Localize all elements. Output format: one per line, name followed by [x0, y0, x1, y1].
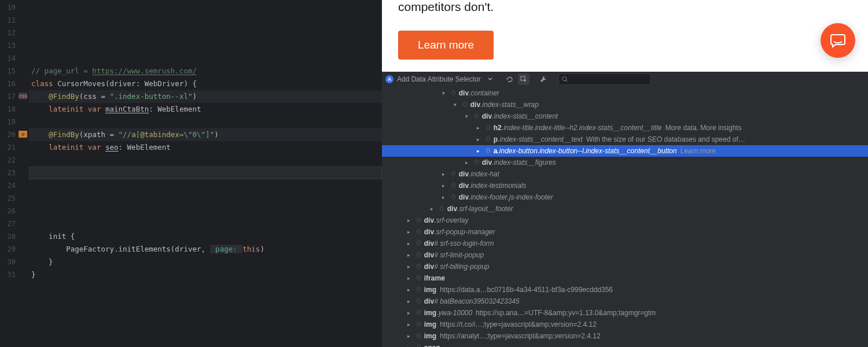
- dom-tree[interactable]: ▾〈 〉div.container▾〈 〉div.index-stats__wr…: [382, 86, 868, 347]
- dom-node[interactable]: ▸〈 〉span: [382, 342, 868, 347]
- chat-icon: [830, 32, 846, 49]
- wrench-icon[interactable]: [538, 73, 549, 85]
- search-input[interactable]: [558, 73, 651, 85]
- page-text: competitors don't.: [398, 0, 852, 14]
- dom-node[interactable]: ▾〈 〉div.index-stats__wrap: [382, 99, 868, 110]
- dom-node[interactable]: ▸〈 〉img.ywa-10000https://sp.ana…=UTF-8&a…: [382, 307, 868, 319]
- dom-node[interactable]: ▸〈 〉div# srf-limit-popup: [382, 249, 868, 261]
- svg-point-5: [562, 76, 566, 80]
- right-pane: competitors don't. Learn more A Add Data…: [382, 0, 868, 347]
- editor-gutter: 1011121314151617CSS181920//2122232425262…: [0, 0, 29, 347]
- svg-text://: //: [22, 132, 25, 137]
- attribute-badge-icon: A: [385, 75, 393, 83]
- dom-node[interactable]: ▸〈 〉div.index-testimonials: [382, 180, 868, 191]
- editor-code-area[interactable]: // page_url = https://www.semrush.com/cl…: [29, 0, 382, 347]
- svg-line-6: [565, 80, 567, 82]
- search-icon: [561, 76, 568, 83]
- intercom-fab[interactable]: [821, 23, 855, 58]
- dom-node[interactable]: ▸〈 〉a.index-button.index-button--l.index…: [382, 145, 868, 157]
- toolbar-label[interactable]: Add Data Attribute Selector: [396, 75, 482, 83]
- dom-node[interactable]: ▸〈 〉div.index-stats__figures: [382, 157, 868, 168]
- dom-node[interactable]: ▸〈 〉div# srf-billing-popup: [382, 261, 868, 272]
- devtools-toolbar: A Add Data Attribute Selector: [382, 72, 868, 86]
- inspect-icon[interactable]: [518, 73, 529, 85]
- dom-node[interactable]: ▸〈 〉div# batBeacon395032423345: [382, 296, 868, 307]
- dom-node[interactable]: ▸〈 〉div# srf-sso-login-form: [382, 238, 868, 249]
- dom-node[interactable]: ▸〈 〉div.srf-layout__footer: [382, 203, 868, 215]
- dom-node[interactable]: ▸〈 〉div.index-footer.js-index-footer: [382, 191, 868, 203]
- dom-node[interactable]: ▾〈 〉div.index-stats__content: [382, 110, 868, 122]
- dom-node[interactable]: ▸〈 〉div.srf-popup-manager: [382, 226, 868, 238]
- main-layout: 1011121314151617CSS181920//2122232425262…: [0, 0, 868, 347]
- svg-text:CSS: CSS: [19, 94, 27, 98]
- dom-node[interactable]: ▸〈 〉p.index-stats__content__textWith the…: [382, 134, 868, 145]
- dom-node[interactable]: ▾〈 〉div.container: [382, 87, 868, 99]
- dom-node[interactable]: ▸〈 〉div.index-hat: [382, 168, 868, 180]
- refresh-icon[interactable]: [504, 73, 516, 85]
- dom-node[interactable]: ▸〈 〉h2.index-title.index-title--h2.index…: [382, 122, 868, 134]
- learn-more-button[interactable]: Learn more: [398, 31, 494, 60]
- dom-node[interactable]: ▸〈 〉imghttps://analyt…;type=javascript&a…: [382, 330, 868, 342]
- chevron-down-icon[interactable]: [484, 73, 496, 85]
- dom-node[interactable]: ▸〈 〉iframe: [382, 272, 868, 284]
- dom-node[interactable]: ▸〈 〉imghttps://t.co/i…;type=javascript&a…: [382, 319, 868, 330]
- dom-node[interactable]: ▸〈 〉imghttps://data.a…bc0716b-4a34-4511-…: [382, 284, 868, 296]
- editor-pane[interactable]: 1011121314151617CSS181920//2122232425262…: [0, 0, 382, 347]
- dom-node[interactable]: ▸〈 〉div.srf-overlay: [382, 215, 868, 226]
- devtools-panel[interactable]: A Add Data Attribute Selector: [382, 72, 868, 347]
- browser-preview[interactable]: competitors don't. Learn more: [382, 0, 868, 72]
